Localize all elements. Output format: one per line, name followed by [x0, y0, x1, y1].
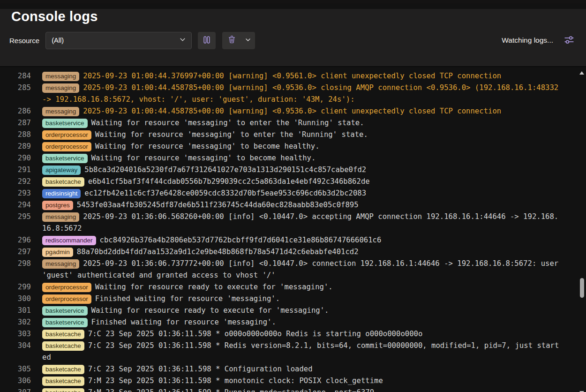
log-line-number: 298 [0, 258, 31, 281]
log-settings-button[interactable] [562, 33, 577, 48]
clear-logs-menu-button[interactable] [241, 32, 255, 49]
console-log-viewer: 284 messaging2025-09-23 01:00:44.376997+… [0, 67, 586, 392]
toolbar: Resource (All) [0, 31, 586, 49]
resource-badge: basketservice [42, 154, 88, 163]
log-line-number: 303 [0, 328, 31, 340]
log-line-number: 305 [0, 363, 31, 375]
log-content: basketcache7:M 23 Sep 2025 01:36:11.598 … [42, 375, 561, 387]
scrollbar-thumb[interactable] [580, 278, 584, 298]
log-message: 7:M 23 Sep 2025 01:36:11.598 * monotonic… [88, 377, 383, 385]
resource-badge: orderprocessor [42, 130, 91, 140]
log-line-number: 296 [0, 234, 31, 246]
log-content: basketserviceFinished waiting for resour… [42, 317, 561, 328]
resource-badge: messaging [42, 259, 79, 269]
clear-logs-button[interactable] [222, 32, 241, 49]
resource-badge: basketservice [42, 119, 88, 128]
log-message: 5b8ca3d204016a5230fd7a67f312641027e703a1… [84, 166, 366, 174]
log-content: basketcache7:C 23 Sep 2025 01:36:11.598 … [42, 363, 561, 375]
resource-badge: postgres [42, 201, 73, 210]
log-row: 291 apigateway5b8ca3d204016a5230fd7a67f3… [0, 164, 578, 176]
log-message: cbc84926b376a4b2806eb537d7762bcbff9fd7d6… [100, 236, 382, 244]
log-row: 296 rediscommandercbc84926b376a4b2806eb5… [0, 234, 578, 246]
log-message: Waiting for resource 'messaging' to beco… [95, 142, 320, 151]
resource-badge: basketservice [42, 318, 88, 327]
log-message: 7:C 23 Sep 2025 01:36:11.598 * o000o000o… [88, 330, 423, 338]
pause-icon [202, 35, 211, 46]
log-line-number: 294 [0, 199, 31, 211]
log-line-number: 295 [0, 211, 31, 234]
log-message: Finished waiting for resource 'messaging… [91, 318, 276, 326]
log-message: 5453fe03aa4fb305245df87de6b511f236745c44… [77, 201, 359, 209]
resource-badge: apigateway [42, 166, 81, 175]
log-row: 290 basketserviceWaiting for resource 'm… [0, 152, 578, 164]
resource-badge: orderprocessor [42, 283, 91, 292]
console-logs-header: Console logs Resource (All) [0, 9, 586, 67]
log-content: basketcachee6b41cf5baf3f4f44cdab0556b7b2… [42, 176, 561, 188]
log-message: Waiting for resource ready to execute fo… [95, 283, 333, 291]
log-content: messaging2025-09-23 01:00:44.458785+00:0… [42, 82, 561, 106]
log-row: 289 orderprocessorWaiting for resource '… [0, 141, 578, 152]
log-line-number: 297 [0, 246, 31, 258]
log-row: 284 messaging2025-09-23 01:00:44.376997+… [0, 70, 578, 82]
log-message: Waiting for resource ready to execute fo… [91, 306, 329, 315]
log-content: basketserviceWaiting for resource 'messa… [42, 117, 561, 129]
log-line-number: 293 [0, 188, 31, 199]
log-message: 7:C 23 Sep 2025 01:36:11.598 * Redis ver… [42, 341, 559, 362]
log-content: messaging2025-09-23 01:00:44.376997+00:0… [42, 70, 561, 82]
resource-badge: orderprocessor [42, 294, 91, 304]
log-message: 2025-09-23 01:00:44.458785+00:00 [warnin… [83, 107, 501, 115]
log-message: Waiting for resource 'messaging' to ente… [91, 119, 364, 127]
pause-logs-button[interactable] [198, 32, 216, 49]
log-content: basketcache7:C 23 Sep 2025 01:36:11.598 … [42, 340, 561, 363]
chevron-down-icon [180, 37, 186, 44]
log-row: 306 basketcache7:M 23 Sep 2025 01:36:11.… [0, 375, 578, 387]
resource-badge: messaging [42, 212, 79, 222]
resource-label: Resource [9, 37, 39, 45]
log-content: basketserviceWaiting for resource ready … [42, 305, 561, 317]
resource-badge: messaging [42, 83, 79, 93]
log-message: 88a70bd2ddb4fdd7aa1532a9d1c2e9be48b868fb… [77, 248, 359, 256]
log-message: 7:C 23 Sep 2025 01:36:11.598 * Configura… [88, 365, 313, 373]
log-content: messaging2025-09-23 01:36:06.568260+00:0… [42, 211, 561, 234]
log-message: e6b41cf5baf3f4f44cdab0556b7b299039cc2c5a… [88, 177, 370, 186]
log-row: 298 messaging2025-09-23 01:36:06.737772+… [0, 258, 578, 281]
log-row: 295 messaging2025-09-23 01:36:06.568260+… [0, 211, 578, 234]
log-message: Waiting for resource 'messaging' to ente… [95, 130, 368, 139]
log-content: basketcache7:M 23 Sep 2025 01:36:11.599 … [42, 387, 561, 392]
log-row: 302 basketserviceFinished waiting for re… [0, 317, 578, 328]
log-list: 284 messaging2025-09-23 01:00:44.376997+… [0, 70, 578, 392]
log-content: messaging2025-09-23 01:36:06.737772+00:0… [42, 258, 561, 281]
resource-select[interactable]: (All) [45, 32, 192, 49]
log-line-number: 291 [0, 164, 31, 176]
log-line-number: 288 [0, 129, 31, 141]
scrollbar-up-arrow-icon[interactable] [579, 71, 584, 75]
log-line-number: 284 [0, 70, 31, 82]
log-line-number: 302 [0, 317, 31, 328]
log-row: 307 basketcache7:M 23 Sep 2025 01:36:11.… [0, 387, 578, 392]
window-top-strip [0, 0, 586, 3]
clear-logs-split-button [222, 32, 255, 49]
toolbar-right: Watching logs... [502, 33, 577, 48]
vertical-scrollbar[interactable] [578, 67, 586, 392]
log-content: apigateway5b8ca3d204016a5230fd7a67f31264… [42, 164, 561, 176]
log-line-number: 299 [0, 281, 31, 293]
resource-badge: redisinsight [42, 189, 81, 198]
log-row: 303 basketcache7:C 23 Sep 2025 01:36:11.… [0, 328, 578, 340]
log-message: ec12fb42e11c6cf37e6428ce0059cdc8332d70bf… [84, 189, 366, 197]
log-content: postgres5453fe03aa4fb305245df87de6b511f2… [42, 199, 561, 211]
log-row: 297 pgadmin88a70bd2ddb4fdd7aa1532a9d1c2e… [0, 246, 578, 258]
resource-badge: rediscommander [42, 236, 96, 245]
resource-badge: basketcache [42, 177, 84, 187]
log-message: 2025-09-23 01:00:44.376997+00:00 [warnin… [83, 72, 501, 80]
log-row: 288 orderprocessorWaiting for resource '… [0, 129, 578, 141]
log-row: 305 basketcache7:C 23 Sep 2025 01:36:11.… [0, 363, 578, 375]
resource-badge: basketcache [42, 341, 84, 351]
log-line-number: 289 [0, 141, 31, 152]
log-content: orderprocessorWaiting for resource 'mess… [42, 129, 561, 141]
log-row: 287 basketserviceWaiting for resource 'm… [0, 117, 578, 129]
log-content: orderprocessorWaiting for resource ready… [42, 281, 561, 293]
resource-badge: basketcache [42, 330, 84, 339]
resource-badge: messaging [42, 107, 79, 116]
log-message: Finished waiting for resource 'messaging… [95, 294, 280, 303]
log-message: 2025-09-23 01:36:06.568260+00:00 [info] … [42, 212, 558, 233]
